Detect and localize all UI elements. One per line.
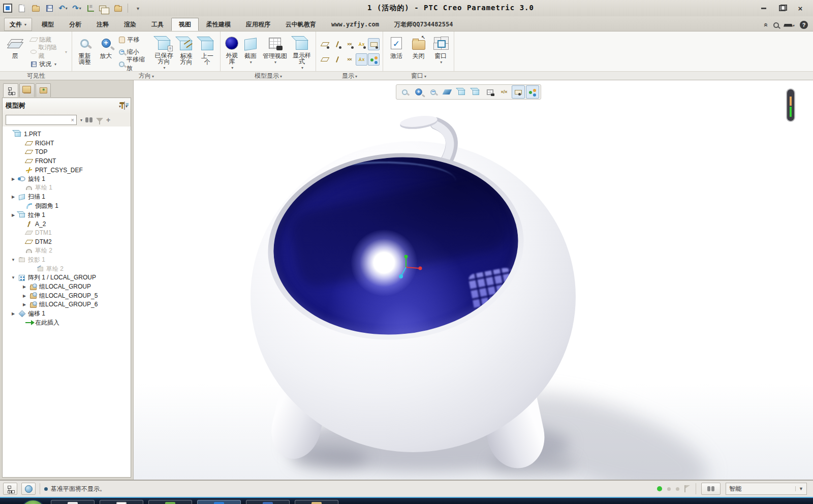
tree-item-dtm1[interactable]: DTM1	[3, 229, 131, 238]
regenerate-button[interactable]	[85, 3, 96, 14]
display-style-button[interactable]: 显示样式	[291, 34, 312, 70]
expander-icon[interactable]: ▶	[11, 195, 16, 199]
refit-graphics-button[interactable]	[398, 85, 411, 99]
tab-flexible-modeling[interactable]: 柔性建模	[199, 18, 238, 31]
search-options-dropdown[interactable]: ▾	[80, 118, 82, 122]
learning-center-button[interactable]: ▾	[784, 21, 795, 28]
tree-item-insert-here[interactable]: 在此插入	[3, 318, 131, 327]
close-button[interactable]: ×	[795, 4, 806, 13]
collapse-ribbon-icon[interactable]: «	[762, 23, 770, 27]
tree-item-top-plane[interactable]: TOP	[3, 147, 131, 156]
pan-button[interactable]: 平移	[117, 35, 151, 45]
taskbar-app-button[interactable]	[148, 500, 192, 504]
tree-item-dtm2[interactable]: DTM2	[3, 237, 131, 246]
standard-orientation-button[interactable]: 标准方向	[177, 34, 196, 70]
orientation-group-label[interactable]: 方向	[72, 72, 221, 80]
tab-yunzhongfan[interactable]: 云中帆教育	[278, 18, 324, 31]
tree-item-right-plane[interactable]: RIGHT	[3, 139, 131, 148]
expander-icon[interactable]: ▶	[22, 294, 27, 298]
status-button[interactable]: 状况	[29, 59, 69, 69]
activate-button[interactable]: 激活	[386, 34, 407, 70]
axis-display-toggle[interactable]	[331, 38, 343, 50]
filter-funnel-icon[interactable]	[96, 118, 103, 122]
selection-filter-combo[interactable]: 智能 ▼	[726, 483, 807, 495]
restore-button[interactable]	[776, 4, 788, 13]
taskbar-app-button[interactable]	[51, 500, 95, 504]
window-group-label[interactable]: 窗口	[383, 72, 454, 80]
previous-orientation-button[interactable]: 上一个	[198, 34, 217, 70]
pan-zoom-button[interactable]: 平移缩放	[117, 59, 151, 69]
datum-display-filters-button[interactable]: ×/×	[497, 85, 511, 99]
tree-item-group5[interactable]: ▶组LOCAL_GROUP_5	[3, 291, 131, 300]
tree-tools-button[interactable]: ▾	[118, 102, 121, 109]
open-file-button[interactable]	[30, 3, 41, 14]
tab-file[interactable]: 文件▾	[4, 18, 32, 31]
tree-item-extrude[interactable]: ▶拉伸 1	[3, 210, 131, 219]
model-tree-tab[interactable]	[3, 83, 18, 97]
zoom-out-graphics-button[interactable]	[426, 85, 440, 99]
tab-teacher-qq[interactable]: 万老师QQ734482554	[387, 18, 460, 31]
find-binoculars-icon[interactable]	[85, 117, 93, 122]
windows-button[interactable]: 窗口	[430, 34, 451, 70]
tree-item-sketch2[interactable]: 草绘 2	[3, 246, 131, 256]
find-button[interactable]	[701, 483, 721, 495]
plane-tag-toggle[interactable]	[319, 53, 331, 66]
expander-icon[interactable]: ▼	[11, 258, 16, 262]
tree-item-part[interactable]: 1.PRT	[3, 130, 131, 139]
tab-annotate[interactable]: 注释	[89, 18, 116, 31]
taskbar-app-button[interactable]	[100, 500, 143, 504]
tree-item-front-plane[interactable]: FRONT	[3, 156, 131, 166]
sections-button[interactable]: 截面	[242, 34, 259, 70]
zoom-in-graphics-button[interactable]	[412, 85, 425, 99]
favorites-tab[interactable]	[36, 83, 51, 97]
help-icon[interactable]: ?	[800, 21, 808, 29]
close-window-button[interactable]	[112, 3, 123, 14]
browser-button[interactable]	[21, 483, 36, 495]
manage-views-button[interactable]: 管理视图	[261, 34, 289, 70]
tab-view[interactable]: 视图	[171, 18, 199, 31]
tree-item-offset[interactable]: ▶偏移 1	[3, 309, 131, 319]
start-button[interactable]	[21, 499, 45, 504]
expander-icon[interactable]: ▶	[22, 285, 27, 289]
tree-search-input[interactable]	[6, 116, 69, 124]
tree-item-sweep[interactable]: ▶扫描 1	[3, 193, 131, 202]
tab-render[interactable]: 渲染	[116, 18, 144, 31]
show-group-label[interactable]: 显示	[316, 72, 383, 80]
annotation-display-toggle[interactable]	[368, 38, 380, 50]
tree-item-sketch1[interactable]: 草绘 1	[3, 183, 131, 193]
tree-search-box[interactable]: ×	[6, 115, 77, 125]
customize-toolbar-button[interactable]: ▾	[132, 3, 143, 14]
saved-orientations-button[interactable]: 已保存方向	[153, 34, 175, 70]
point-display-toggle[interactable]: ××	[343, 38, 355, 50]
tree-settings-button[interactable]: ▾	[124, 102, 128, 109]
tree-item-csys[interactable]: PRT_CSYS_DEF	[3, 166, 131, 175]
expand-plus-icon[interactable]: +	[106, 116, 110, 124]
expander-icon[interactable]: ▶	[11, 177, 16, 181]
tree-item-group1[interactable]: ▶组LOCAL_GROUP	[3, 282, 131, 292]
tree-item-revolve[interactable]: ▶旋转 1	[3, 174, 131, 183]
tree-item-axis[interactable]: A_2	[3, 219, 131, 229]
minimize-button[interactable]	[758, 4, 769, 13]
display-style-graphics-button[interactable]	[455, 85, 468, 99]
annotation-display-graphics-button[interactable]	[512, 85, 525, 99]
layers-button[interactable]: 层	[3, 34, 27, 70]
app-icon[interactable]	[3, 4, 12, 13]
expander-icon[interactable]: ▶	[11, 311, 16, 316]
save-button[interactable]	[44, 3, 55, 14]
csys-marker[interactable]	[393, 253, 423, 284]
tree-item-round[interactable]: 倒圆角 1	[3, 202, 131, 211]
tab-tools[interactable]: 工具	[144, 18, 171, 31]
tree-item-pattern[interactable]: ▼阵列 1 / LOCAL_GROUP	[3, 273, 131, 282]
new-file-button[interactable]	[16, 3, 27, 14]
close-window-group-button[interactable]: 关闭	[409, 34, 429, 70]
axis-tag-toggle[interactable]	[331, 53, 343, 66]
tab-analysis[interactable]: 分析	[61, 18, 89, 31]
undo-dropdown[interactable]: ▾	[66, 6, 68, 11]
appearance-gallery-button[interactable]: 外观库	[224, 34, 240, 70]
redo-dropdown[interactable]: ▾	[79, 6, 81, 11]
taskbar-app-button[interactable]	[295, 500, 338, 504]
tab-website[interactable]: www.yzfjy.com	[324, 18, 387, 31]
undo-button[interactable]: ↶▾	[57, 3, 69, 14]
refit-button[interactable]: 重新调整	[75, 34, 95, 70]
csys-tag-toggle[interactable]: ⅄x	[356, 53, 367, 66]
